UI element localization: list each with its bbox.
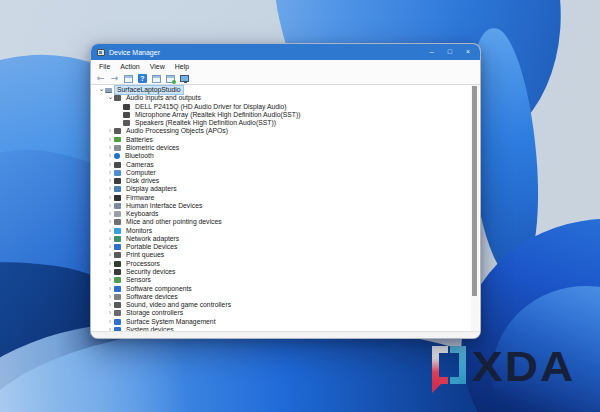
- tree-item-label: Portable Devices: [124, 243, 179, 251]
- sound-icon: [114, 302, 121, 308]
- tree-item-display-adapters[interactable]: › Display adapters: [97, 185, 472, 193]
- tree-item-label: Audio inputs and outputs: [124, 94, 203, 102]
- tree-item-bluetooth[interactable]: › Bluetooth: [97, 152, 472, 160]
- tree-item-keyboards[interactable]: › Keyboards: [97, 210, 472, 218]
- chevron-icon[interactable]: ›: [97, 86, 105, 94]
- tree-item-audio-inputs-and-outputs[interactable]: › Audio inputs and outputs: [97, 94, 472, 102]
- scan-hardware-button[interactable]: [165, 73, 176, 84]
- tree-item-label: Bluetooth: [123, 152, 156, 160]
- tree-item-software-components[interactable]: › Software components: [97, 284, 472, 292]
- help-button[interactable]: ?: [137, 73, 148, 84]
- chevron-icon[interactable]: ›: [106, 94, 114, 102]
- tree-item-biometric-devices[interactable]: › Biometric devices: [97, 144, 472, 152]
- computer-monitor-button[interactable]: [179, 73, 190, 84]
- computer-monitor-icon: [180, 75, 189, 82]
- chevron-icon[interactable]: ›: [106, 218, 114, 226]
- battery-icon: [114, 137, 121, 142]
- tree-item-computer[interactable]: › Computer: [97, 169, 472, 177]
- chevron-icon[interactable]: ›: [106, 210, 114, 218]
- sensor-icon: [114, 277, 121, 283]
- tree-item-cameras[interactable]: › Cameras: [97, 160, 472, 168]
- chevron-icon[interactable]: ›: [106, 235, 114, 243]
- chevron-icon[interactable]: ›: [106, 276, 114, 284]
- menu-item-file[interactable]: File: [94, 60, 115, 73]
- tree-item-label: Microphone Array (Realtek High Definitio…: [133, 111, 302, 119]
- chevron-icon[interactable]: ›: [106, 169, 114, 177]
- close-button[interactable]: ×: [466, 44, 470, 60]
- monitor-icon: [114, 228, 121, 234]
- vertical-scrollbar[interactable]: [471, 85, 479, 331]
- tree-item-mice-and-other-pointing-devices[interactable]: › Mice and other pointing devices: [97, 218, 472, 226]
- toolbar: ←→?: [91, 73, 480, 85]
- microphone-icon: [123, 112, 130, 118]
- fingerprint-icon: [114, 145, 121, 151]
- chevron-icon[interactable]: ›: [106, 127, 114, 135]
- chevron-icon[interactable]: ›: [106, 177, 114, 185]
- chevron-icon[interactable]: ›: [106, 260, 114, 268]
- chevron-icon[interactable]: ›: [106, 194, 114, 202]
- chevron-icon[interactable]: ›: [106, 161, 114, 169]
- tree-item-processors[interactable]: › Processors: [97, 260, 472, 268]
- window-titlebar[interactable]: Device Manager – □ ×: [91, 44, 480, 60]
- hid-icon: [114, 203, 121, 209]
- tree-item-print-queues[interactable]: › Print queues: [97, 251, 472, 259]
- printer-icon: [114, 252, 121, 258]
- minimize-button[interactable]: –: [430, 44, 434, 60]
- tree-item-surfacelaptopstudio[interactable]: › SurfaceLaptopStudio: [97, 86, 472, 94]
- chevron-icon[interactable]: ›: [106, 309, 114, 317]
- tree-item-security-devices[interactable]: › Security devices: [97, 268, 472, 276]
- tree-item-sound-video-and-game-controllers[interactable]: › Sound, video and game controllers: [97, 301, 472, 309]
- tree-item-monitors[interactable]: › Monitors: [97, 227, 472, 235]
- network-icon: [114, 236, 121, 242]
- tree-item-software-devices[interactable]: › Software devices: [97, 293, 472, 301]
- display-adapter-icon: [114, 186, 121, 192]
- tree-item-audio-processing-objects-apos[interactable]: › Audio Processing Objects (APOs): [97, 127, 472, 135]
- forward-button[interactable]: →: [109, 73, 120, 84]
- xda-logo-text: XDA: [472, 348, 575, 385]
- menu-item-help[interactable]: Help: [170, 60, 194, 73]
- tree-item-surface-system-management[interactable]: › Surface System Management: [97, 317, 472, 325]
- horizontal-scrollbar[interactable]: [91, 331, 480, 338]
- chevron-icon[interactable]: ›: [106, 227, 114, 235]
- tree-item-human-interface-devices[interactable]: › Human Interface Devices: [97, 202, 472, 210]
- tree-item-microphone-array-realtek-high-definition-audio-sst[interactable]: Microphone Array (Realtek High Definitio…: [97, 111, 472, 119]
- tree-item-network-adapters[interactable]: › Network adapters: [97, 235, 472, 243]
- tree-item-label: Storage controllers: [124, 309, 185, 317]
- tree-panel: › SurfaceLaptopStudio › Audio inputs and…: [91, 85, 480, 331]
- chevron-icon[interactable]: ›: [106, 136, 114, 144]
- tree-item-storage-controllers[interactable]: › Storage controllers: [97, 309, 472, 317]
- chevron-icon[interactable]: ›: [106, 251, 114, 259]
- chevron-icon[interactable]: ›: [106, 285, 114, 293]
- maximize-button[interactable]: □: [448, 44, 452, 60]
- chevron-icon[interactable]: ›: [106, 202, 114, 210]
- tree-item-dell-p2415q-hd-audio-driver-for-display-audio[interactable]: DELL P2415Q (HD Audio Driver for Display…: [97, 103, 472, 111]
- chevron-icon[interactable]: ›: [106, 185, 114, 193]
- back-button[interactable]: ←: [95, 73, 106, 84]
- chevron-icon[interactable]: ›: [106, 243, 114, 251]
- menu-bar: FileActionViewHelp: [91, 60, 480, 73]
- security-icon: [114, 269, 121, 275]
- tree-item-sensors[interactable]: › Sensors: [97, 276, 472, 284]
- forward-icon: →: [111, 74, 119, 83]
- chevron-icon[interactable]: ›: [106, 152, 114, 160]
- properties-window-button[interactable]: [151, 73, 162, 84]
- tree-item-label: Firmware: [124, 194, 156, 202]
- console-window-button[interactable]: [123, 73, 134, 84]
- menu-item-view[interactable]: View: [145, 60, 170, 73]
- chevron-icon[interactable]: ›: [106, 268, 114, 276]
- chevron-icon[interactable]: ›: [106, 318, 114, 326]
- scrollbar-thumb[interactable]: [472, 86, 477, 296]
- camera-icon: [114, 162, 121, 168]
- tree-item-speakers-realtek-high-definition-audio-sst[interactable]: Speakers (Realtek High Definition Audio(…: [97, 119, 472, 127]
- menu-item-action[interactable]: Action: [115, 60, 144, 73]
- firmware-icon: [114, 195, 121, 201]
- tree-item-firmware[interactable]: › Firmware: [97, 193, 472, 201]
- chevron-icon[interactable]: ›: [106, 144, 114, 152]
- tree-item-portable-devices[interactable]: › Portable Devices: [97, 243, 472, 251]
- software-component-icon: [114, 286, 121, 292]
- tree-item-disk-drives[interactable]: › Disk drives: [97, 177, 472, 185]
- portable-device-icon: [114, 244, 121, 250]
- chevron-icon[interactable]: ›: [106, 293, 114, 301]
- chevron-icon[interactable]: ›: [106, 301, 114, 309]
- tree-item-batteries[interactable]: › Batteries: [97, 136, 472, 144]
